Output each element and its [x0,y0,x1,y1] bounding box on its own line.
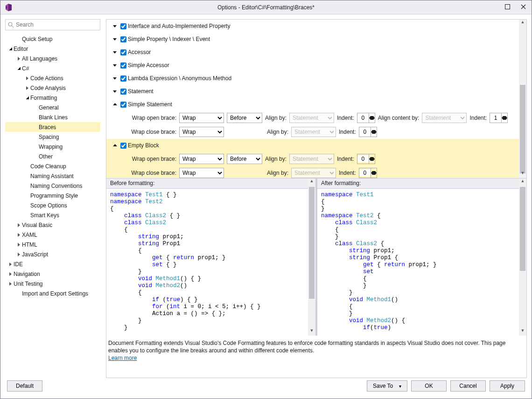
expand-icon[interactable] [111,77,119,80]
tree-item[interactable]: All Languages [5,54,100,63]
combo[interactable]: Wrap [179,168,224,178]
tree-item[interactable]: Unit Testing [5,279,100,289]
tree-item[interactable]: Code Analysis [5,83,100,93]
expand-icon[interactable] [111,51,119,54]
option-checkbox[interactable] [120,76,126,82]
option-checkbox[interactable] [120,49,126,55]
indent-input[interactable] [357,156,369,162]
tree-item[interactable]: Visual Basic [5,220,100,230]
tree-item[interactable]: Spacing [5,132,100,142]
default-button[interactable]: Default [7,380,42,392]
combo[interactable]: Wrap [179,127,224,137]
indent-input[interactable] [359,170,371,176]
before-scrollbar[interactable]: ▲ ▼ [308,179,315,336]
option-checkbox[interactable] [120,89,126,95]
scroll-up-icon[interactable]: ▲ [308,179,315,186]
option-row[interactable]: Lambda Expression \ Anonymous Method [106,72,526,85]
tree-item[interactable]: Import and Export Settings [5,289,100,298]
indent-spinner[interactable] [359,168,377,178]
options-list[interactable]: Interface and Auto-Implemented PropertyS… [106,20,526,178]
tree-item[interactable]: Braces [5,122,100,132]
scroll-down-icon[interactable]: ▼ [519,328,526,336]
after-scrollbar[interactable]: ▲ ▼ [519,179,526,336]
options-scrollbar[interactable]: ▲ ▼ [519,20,526,178]
option-checkbox[interactable] [120,23,126,29]
spin-up-icon[interactable] [369,154,375,159]
spin-down-icon[interactable] [371,173,377,178]
scroll-down-icon[interactable]: ▼ [519,171,526,178]
combo[interactable]: Before [227,154,262,164]
indent-spinner[interactable] [357,154,375,164]
option-checkbox[interactable] [120,36,126,42]
scroll-down-icon[interactable]: ▼ [308,328,315,336]
indent-spinner[interactable] [490,113,508,123]
tree-item[interactable]: JavaScript [5,249,100,259]
scrollbar-thumb[interactable] [520,187,525,271]
cancel-button[interactable]: Cancel [450,380,486,392]
scroll-up-icon[interactable]: ▲ [519,179,526,186]
spin-down-icon[interactable] [369,159,375,164]
tree-item[interactable]: Other [5,151,100,161]
option-row[interactable]: Simple Statement [106,98,526,111]
tree-item[interactable]: XAML [5,230,100,240]
expand-icon[interactable] [111,38,119,41]
combo[interactable]: Statement [289,113,334,123]
combo[interactable]: Before [227,113,262,123]
option-row[interactable]: Simple Property \ Indexer \ Event [106,33,526,46]
indent-input[interactable] [490,115,501,121]
tree-item[interactable]: C# [5,63,100,73]
spin-up-icon[interactable] [502,113,507,118]
search-box[interactable] [5,19,100,30]
apply-button[interactable]: Apply [490,380,525,392]
saveto-button[interactable]: Save To [367,380,407,392]
tree-item[interactable]: IDE [5,259,100,269]
spin-up-icon[interactable] [371,127,377,132]
indent-spinner[interactable] [357,113,375,123]
scrollbar-thumb[interactable] [309,187,315,299]
nav-tree[interactable]: Quick SetupEditorAll LanguagesC#Code Act… [5,34,100,378]
option-row[interactable]: Interface and Auto-Implemented Property [106,20,526,33]
tree-item[interactable]: Formatting [5,93,100,103]
expand-icon[interactable] [111,90,119,93]
scrollbar-thumb[interactable] [520,85,525,173]
option-row[interactable]: Simple Accessor [106,59,526,72]
scroll-up-icon[interactable]: ▲ [519,20,526,27]
spin-up-icon[interactable] [371,168,377,173]
tree-item[interactable]: Naming Assistant [5,171,100,181]
indent-input[interactable] [357,115,369,121]
indent-spinner[interactable] [359,127,377,137]
combo[interactable]: Statement [291,127,336,137]
spin-up-icon[interactable] [369,113,375,118]
expand-icon[interactable] [111,64,119,67]
tree-item[interactable]: Quick Setup [5,34,100,44]
spin-down-icon[interactable] [369,118,375,123]
tree-item[interactable]: HTML [5,240,100,249]
tree-item[interactable]: Blank Lines [5,112,100,122]
collapse-icon[interactable] [111,144,119,147]
combo[interactable]: Statement [422,113,467,123]
tree-item[interactable]: Navigation [5,269,100,279]
maximize-icon[interactable] [503,4,512,11]
combo[interactable]: Wrap [179,113,224,123]
option-checkbox[interactable] [120,143,126,149]
learn-more-link[interactable]: Learn more [108,355,137,361]
option-row[interactable]: Empty Block [106,139,526,152]
tree-item[interactable]: Code Cleanup [5,161,100,171]
ok-button[interactable]: OK [411,380,447,392]
collapse-icon[interactable] [111,103,119,106]
spin-down-icon[interactable] [371,132,377,137]
combo[interactable]: Statement [291,168,336,178]
tree-item[interactable]: Scope Options [5,200,100,210]
combo[interactable]: Statement [289,154,334,164]
tree-item[interactable]: Wrapping [5,142,100,151]
option-row[interactable]: Statement [106,85,526,98]
option-checkbox[interactable] [120,102,126,108]
tree-item[interactable]: Naming Conventions [5,181,100,191]
tree-item[interactable]: Code Actions [5,73,100,83]
indent-input[interactable] [359,129,371,135]
combo[interactable]: Wrap [179,154,224,164]
search-input[interactable] [14,21,98,29]
tree-item[interactable]: Programming Style [5,191,100,200]
close-icon[interactable] [518,4,528,11]
expand-icon[interactable] [111,25,119,28]
